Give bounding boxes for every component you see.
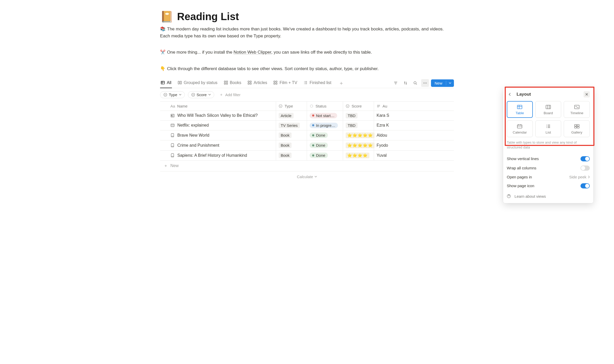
- svg-point-19: [164, 93, 167, 96]
- layout-option-table[interactable]: Table: [507, 101, 533, 118]
- panel-back-button[interactable]: [507, 91, 513, 97]
- new-button[interactable]: New: [431, 79, 454, 87]
- setting-open-pages[interactable]: Open pages in Side peek: [507, 173, 590, 181]
- vertical-lines-toggle[interactable]: [580, 156, 590, 161]
- svg-rect-1: [178, 81, 179, 84]
- svg-rect-12: [276, 81, 277, 82]
- svg-rect-6: [226, 83, 228, 84]
- svg-rect-2: [180, 81, 181, 84]
- column-name[interactable]: Aa Name: [160, 102, 276, 111]
- svg-rect-32: [575, 127, 577, 128]
- calculate-button[interactable]: Calculate: [160, 171, 454, 182]
- page-description-2: ✂️One more thing... if you install the N…: [160, 49, 454, 56]
- article-icon: [170, 113, 175, 118]
- search-icon[interactable]: [411, 79, 419, 87]
- layout-option-timeline[interactable]: Timeline: [564, 101, 590, 118]
- layout-option-calendar[interactable]: Calendar: [507, 120, 533, 137]
- score-value: ⭐⭐⭐⭐⭐: [346, 143, 375, 148]
- svg-rect-29: [517, 125, 522, 128]
- table-layout-icon: [517, 104, 522, 110]
- svg-rect-28: [575, 105, 579, 109]
- chevron-down-circle-icon: [191, 93, 195, 97]
- tab-view-icon: [273, 80, 278, 85]
- svg-rect-8: [250, 81, 251, 82]
- chevron-down-icon: [179, 94, 181, 95]
- author-cell: Yuval: [374, 151, 454, 160]
- chevron-down-icon: [208, 94, 211, 95]
- sort-icon[interactable]: [402, 79, 409, 87]
- svg-rect-4: [226, 81, 228, 82]
- show-icon-toggle[interactable]: [580, 183, 590, 188]
- new-button-dropdown[interactable]: [446, 81, 454, 85]
- filter-score[interactable]: Score: [188, 91, 214, 98]
- web-clipper-link[interactable]: Notion Web Clipper: [234, 50, 271, 55]
- row-name: Sapiens: A Brief History of Humankind: [177, 153, 247, 158]
- column-status[interactable]: Status: [307, 102, 343, 111]
- tab-books[interactable]: Books: [223, 78, 242, 88]
- add-filter-button[interactable]: ＋ Add filter: [217, 91, 243, 98]
- setting-show-icon[interactable]: Show page icon: [507, 181, 590, 191]
- tab-film-tv[interactable]: Film + TV: [273, 78, 298, 88]
- type-tag: Book: [279, 153, 292, 158]
- tab-finished-list[interactable]: Finished list: [303, 78, 332, 88]
- page-description-1: 📚The modern day reading list includes mo…: [160, 26, 454, 39]
- row-name: Netflix: explained: [177, 123, 209, 128]
- tab-articles[interactable]: Articles: [247, 78, 268, 88]
- svg-rect-33: [577, 127, 579, 128]
- more-options-icon[interactable]: [421, 79, 429, 87]
- timeline-layout-icon: [574, 104, 580, 110]
- svg-point-15: [414, 82, 416, 84]
- score-value: TBD: [346, 123, 358, 128]
- scissors-emoji: ✂️: [160, 50, 165, 55]
- add-view-button[interactable]: ＋: [337, 80, 345, 87]
- tab-view-icon: [178, 80, 182, 85]
- status-tag: Done: [310, 153, 328, 158]
- column-score[interactable]: Score: [343, 102, 374, 111]
- setting-vertical-lines[interactable]: Show vertical lines: [507, 154, 590, 163]
- score-value: TBD: [346, 113, 358, 118]
- table-row[interactable]: Netflix: explainedTV SeriesIn progre…TBD…: [160, 121, 454, 130]
- row-name: Brave New World: [177, 133, 209, 138]
- table-row[interactable]: Who Will Teach Silicon Valley to Be Ethi…: [160, 111, 454, 121]
- status-tag: Done: [310, 143, 328, 148]
- book-icon: [170, 153, 175, 158]
- learn-about-views[interactable]: Learn about views: [507, 191, 590, 192]
- svg-rect-11: [274, 81, 275, 82]
- svg-point-22: [310, 105, 313, 107]
- author-cell: Fyodo: [374, 140, 454, 150]
- new-row-button[interactable]: ＋ New: [160, 161, 454, 171]
- svg-rect-3: [224, 81, 226, 82]
- column-author[interactable]: Au: [374, 102, 454, 111]
- tab-grouped-by-status[interactable]: Grouped by status: [177, 78, 218, 88]
- panel-title: Layout: [517, 92, 531, 97]
- row-name: Who Will Teach Silicon Valley to Be Ethi…: [177, 113, 258, 118]
- tab-all[interactable]: All: [160, 78, 172, 88]
- author-cell: Aldou: [374, 130, 454, 140]
- svg-point-21: [279, 104, 282, 107]
- text-lines-icon: [377, 104, 380, 108]
- svg-rect-31: [577, 125, 579, 126]
- filter-icon[interactable]: [392, 79, 400, 87]
- status-tag: Done: [310, 133, 328, 138]
- row-name: Crime and Punishment: [177, 143, 219, 148]
- svg-point-16: [423, 83, 424, 84]
- svg-rect-0: [161, 81, 164, 84]
- layout-hint: Table with types to store and view any k…: [507, 140, 590, 150]
- layout-option-board[interactable]: Board: [535, 101, 561, 118]
- layout-option-gallery[interactable]: Gallery: [564, 120, 590, 137]
- page-icon: 📔: [160, 10, 173, 23]
- setting-wrap-columns[interactable]: Wrap all columns: [507, 163, 590, 173]
- plus-icon: ＋: [219, 92, 223, 97]
- column-type[interactable]: Type: [276, 102, 307, 111]
- svg-rect-13: [274, 83, 275, 84]
- layout-option-list[interactable]: List: [535, 120, 561, 137]
- books-emoji: 📚: [160, 27, 165, 31]
- wrap-columns-toggle[interactable]: [580, 166, 590, 171]
- table-row[interactable]: Brave New WorldBookDone⭐⭐⭐⭐⭐Aldou: [160, 130, 454, 140]
- svg-point-17: [425, 83, 425, 84]
- table-row[interactable]: Crime and PunishmentBookDone⭐⭐⭐⭐⭐Fyodo: [160, 140, 454, 151]
- panel-close-button[interactable]: [584, 91, 590, 97]
- table-row[interactable]: Sapiens: A Brief History of HumankindBoo…: [160, 151, 454, 161]
- score-value: ⭐⭐⭐⭐: [346, 153, 369, 158]
- filter-type[interactable]: Type: [160, 91, 185, 98]
